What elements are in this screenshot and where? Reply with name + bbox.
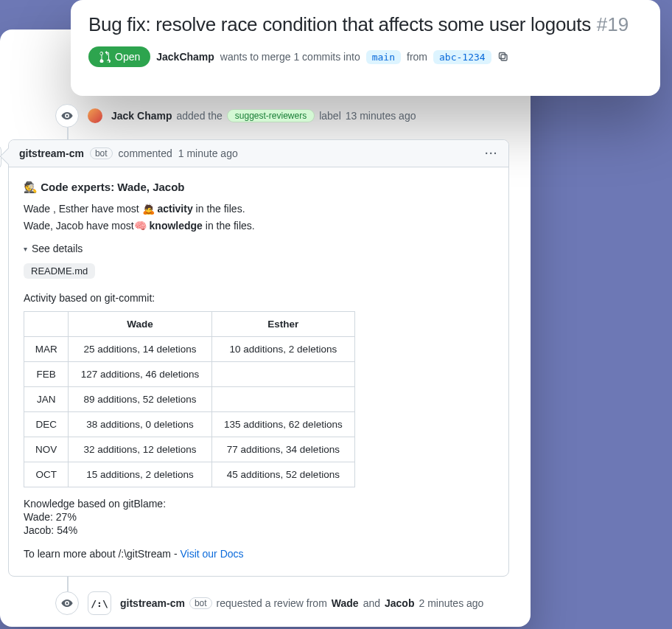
- month-cell: NOV: [24, 437, 69, 462]
- activity-table: Wade Esther MAR25 additions, 14 deletion…: [24, 311, 355, 487]
- col1-cell: 15 additions, 2 deletions: [69, 462, 211, 487]
- month-cell: FEB: [24, 362, 69, 387]
- month-cell: OCT: [24, 462, 69, 487]
- pr-title[interactable]: Bug fix: resolve race condition that aff…: [88, 13, 591, 36]
- bot-badge: bot: [189, 597, 212, 609]
- activity-line: Wade , Esther have most 🙇 activity in th…: [24, 201, 494, 217]
- month-cell: JAN: [24, 387, 69, 412]
- head-branch-pill[interactable]: abc-1234: [433, 50, 491, 64]
- col2-cell: [211, 387, 354, 412]
- comment-header: gitstream-cm bot commented 1 minute ago …: [9, 140, 508, 167]
- month-cell: MAR: [24, 337, 69, 362]
- details-toggle[interactable]: ▾ See details: [24, 243, 494, 254]
- col2-cell: 10 additions, 2 deletions: [211, 337, 354, 362]
- and-text: and: [363, 597, 380, 609]
- eye-icon: [61, 110, 73, 122]
- table-header-col1: Wade: [69, 312, 211, 337]
- copy-icon[interactable]: [497, 51, 509, 63]
- svg-rect-1: [499, 53, 505, 59]
- comment-action: commented: [119, 147, 172, 159]
- reviewer-1[interactable]: Wade: [332, 597, 359, 609]
- table-row: OCT15 additions, 2 deletions45 additions…: [24, 462, 355, 487]
- event-action: added the: [176, 110, 222, 122]
- pr-author[interactable]: JackChamp: [156, 51, 214, 63]
- activity-heading: Activity based on git-commit:: [24, 292, 494, 304]
- pr-meta-row: Open JackChamp wants to merge 1 commits …: [88, 46, 643, 67]
- caret-down-icon: ▾: [24, 245, 27, 253]
- pr-number: #19: [597, 13, 629, 36]
- col1-cell: 89 additions, 52 deletions: [69, 387, 211, 412]
- reviewer-2[interactable]: Jacob: [385, 597, 414, 609]
- event-actor[interactable]: Jack Champ: [111, 110, 172, 122]
- col1-cell: 127 additions, 46 deletions: [69, 362, 211, 387]
- git-pull-request-icon: [99, 51, 111, 63]
- code-experts-heading: 🕵️ Code experts: Wade, Jacob: [24, 181, 494, 194]
- comment-time: 1 minute ago: [178, 147, 238, 159]
- col1-cell: 32 additions, 12 deletions: [69, 437, 211, 462]
- review-time: 2 minutes ago: [419, 597, 483, 609]
- gitstream-logo[interactable]: /:\: [88, 591, 111, 615]
- col2-cell: 77 additions, 34 deletions: [211, 437, 354, 462]
- knowledge-row-2: Jacob: 54%: [24, 524, 494, 536]
- file-pill[interactable]: README.md: [24, 263, 95, 279]
- eye-icon: [61, 597, 73, 609]
- event-time: 13 minutes ago: [346, 110, 416, 122]
- base-branch-pill[interactable]: main: [366, 50, 401, 64]
- comment-body: 🕵️ Code experts: Wade, Jacob Wade , Esth…: [9, 167, 508, 576]
- merge-text-1: wants to merge 1 commits into: [220, 51, 360, 63]
- event-suffix: label: [319, 110, 341, 122]
- label-pill[interactable]: suggest-reviewers: [227, 109, 315, 122]
- avatar[interactable]: [88, 108, 102, 123]
- table-row: JAN89 additions, 52 deletions: [24, 387, 355, 412]
- docs-link[interactable]: Visit our Docs: [180, 548, 243, 560]
- table-header-empty: [24, 312, 69, 337]
- knowledge-line: Wade, Jacob have most🧠 knowledge in the …: [24, 218, 494, 234]
- col1-cell: 25 additions, 14 deletions: [69, 337, 211, 362]
- pr-header-card: Bug fix: resolve race condition that aff…: [71, 0, 660, 96]
- status-text: Open: [115, 51, 140, 63]
- col1-cell: 38 additions, 0 deletions: [69, 412, 211, 437]
- knowledge-row-1: Wade: 27%: [24, 511, 494, 523]
- timeline-event-label: Jack Champ added the suggest-reviewers l…: [55, 100, 505, 132]
- merge-text-2: from: [407, 51, 427, 63]
- details-label: See details: [32, 243, 83, 254]
- review-actor[interactable]: gitstream-cm: [120, 597, 185, 609]
- comment-menu-icon[interactable]: ···: [485, 147, 498, 159]
- review-action: requested a review from: [217, 597, 327, 609]
- knowledge-heading: Knowledge based on gitBlame:: [24, 498, 494, 510]
- learn-more-line: To learn more about /:\gitStream - Visit…: [24, 548, 494, 560]
- table-header-col2: Esther: [211, 312, 354, 337]
- month-cell: DEC: [24, 412, 69, 437]
- col2-cell: [211, 362, 354, 387]
- pr-title-row: Bug fix: resolve race condition that aff…: [88, 13, 643, 36]
- table-row: DEC38 additions, 0 deletions135 addition…: [24, 412, 355, 437]
- table-row: MAR25 additions, 14 deletions10 addition…: [24, 337, 355, 362]
- bot-badge: bot: [90, 147, 113, 159]
- eye-badge: [55, 591, 79, 615]
- col2-cell: 135 additions, 62 deletions: [211, 412, 354, 437]
- comment-box: /:\ gitstream-cm bot commented 1 minute …: [8, 139, 509, 577]
- status-badge: Open: [88, 46, 150, 67]
- table-row: NOV32 additions, 12 deletions77 addition…: [24, 437, 355, 462]
- eye-badge: [55, 104, 79, 128]
- comment-actor[interactable]: gitstream-cm: [19, 147, 84, 159]
- col2-cell: 45 additions, 52 deletions: [211, 462, 354, 487]
- svg-rect-0: [501, 55, 507, 60]
- timeline: Jack Champ added the suggest-reviewers l…: [55, 100, 505, 619]
- table-row: FEB127 additions, 46 deletions: [24, 362, 355, 387]
- timeline-event-review: /:\ gitstream-cm bot requested a review …: [55, 587, 505, 619]
